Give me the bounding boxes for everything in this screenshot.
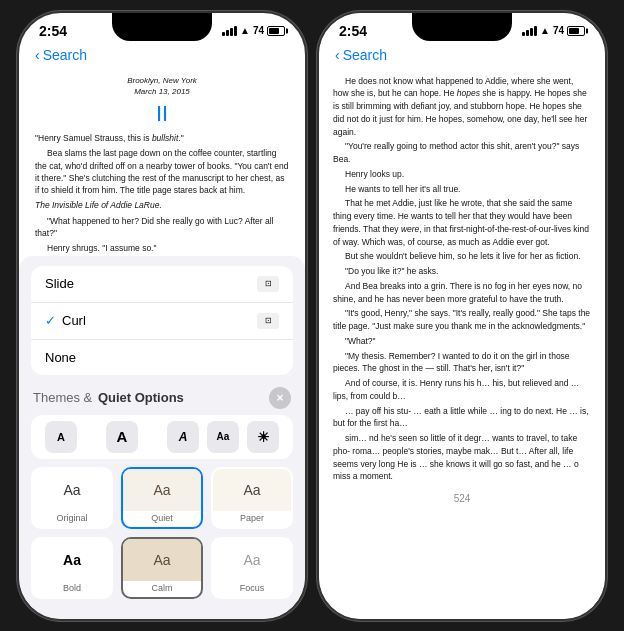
book-para-2: Bea slams the last page down on the coff… [35, 147, 289, 196]
font-icons-group: A Aa ☀ [167, 421, 279, 453]
theme-paper[interactable]: Aa Paper [211, 467, 293, 529]
right-phone: 2:54 ▲ 74 ‹ Search [317, 11, 607, 621]
themes-title-label: Themes & Quiet Options [33, 390, 184, 405]
battery-icon [267, 26, 285, 36]
right-para-14: sim… nd he's seen so little of it degr… … [333, 432, 591, 483]
quiet-options-label: Quiet Options [98, 390, 184, 405]
right-battery-icon [567, 26, 585, 36]
theme-grid: Aa Original Aa Quiet Aa Paper Aa Bold [19, 467, 305, 599]
right-para-8: And Bea breaks into a grin. There is no … [333, 280, 591, 306]
slide-icon: ⊡ [257, 276, 279, 292]
theme-quiet[interactable]: Aa Quiet [121, 467, 203, 529]
chapter-number: II [35, 102, 289, 126]
right-battery-level: 74 [553, 25, 564, 36]
book-para-1: "Henry Samuel Strauss, this is bullshit.… [35, 132, 289, 144]
right-time: 2:54 [339, 23, 367, 39]
right-para-11: "My thesis. Remember? I wanted to do it … [333, 350, 591, 376]
theme-original[interactable]: Aa Original [31, 467, 113, 529]
left-back-button[interactable]: ‹ Search [35, 47, 87, 63]
book-para-5: Henry shrugs. "I assume so." [35, 242, 289, 254]
right-book-content: He does not know what happened to Addie,… [319, 67, 605, 490]
phones-container: 2:54 ▲ 74 ‹ Search [17, 11, 607, 621]
theme-calm[interactable]: Aa Calm [121, 537, 203, 599]
close-button[interactable]: × [269, 387, 291, 409]
font-style-button[interactable]: A [167, 421, 199, 453]
close-icon: × [276, 391, 283, 405]
original-label: Original [33, 511, 111, 523]
signal-icon [222, 26, 237, 36]
focus-label: Focus [213, 581, 291, 593]
right-nav-bar: ‹ Search [319, 43, 605, 67]
right-back-label: Search [343, 47, 387, 63]
left-time: 2:54 [39, 23, 67, 39]
right-para-5: That he met Addie, just like he wrote, t… [333, 197, 591, 248]
book-para-4: "What happened to her? Did she really go… [35, 215, 289, 240]
bold-label: Bold [33, 581, 111, 593]
right-chevron-icon: ‹ [335, 47, 340, 63]
menu-item-none[interactable]: None [31, 340, 293, 375]
left-status-icons: ▲ 74 [222, 25, 285, 36]
right-para-9: "It's good, Henry," she says. "It's real… [333, 307, 591, 333]
overlay-panel: Slide ⊡ ✓ Curl ⊡ None [19, 256, 305, 619]
left-phone: 2:54 ▲ 74 ‹ Search [17, 11, 307, 621]
right-signal-icon [522, 26, 537, 36]
curl-icon: ⊡ [257, 313, 279, 329]
quiet-label: Quiet [123, 511, 201, 523]
right-para-12: And of course, it is. Henry runs his h… … [333, 377, 591, 403]
right-para-7: "Do you like it?" he asks. [333, 265, 591, 278]
font-serif-button[interactable]: Aa [207, 421, 239, 453]
menu-curl-label: Curl [62, 313, 86, 328]
menu-item-curl[interactable]: ✓ Curl ⊡ [31, 303, 293, 340]
focus-preview: Aa [213, 539, 291, 581]
brightness-icon: ☀ [257, 429, 270, 445]
brightness-button[interactable]: ☀ [247, 421, 279, 453]
right-notch [412, 13, 512, 41]
wifi-icon: ▲ [240, 25, 250, 36]
book-para-3: The Invisible Life of Addie LaRue. [35, 199, 289, 211]
left-back-label: Search [43, 47, 87, 63]
battery-level: 74 [253, 25, 264, 36]
curl-checkmark: ✓ [45, 313, 56, 328]
font-small-label: A [57, 431, 65, 443]
theme-bold[interactable]: Aa Bold [31, 537, 113, 599]
right-back-button[interactable]: ‹ Search [335, 47, 387, 63]
quiet-preview: Aa [123, 469, 201, 511]
right-para-6: But she wouldn't believe him, so he lets… [333, 250, 591, 263]
themes-header-row: Themes & Quiet Options × [19, 383, 305, 415]
right-para-2: "You're really going to method actor thi… [333, 140, 591, 166]
right-wifi-icon: ▲ [540, 25, 550, 36]
chapter-location: Brooklyn, New YorkMarch 13, 2015 [35, 75, 289, 98]
menu-slide-label: Slide [45, 276, 74, 291]
font-small-button[interactable]: A [45, 421, 77, 453]
right-para-13: … pay off his stu- … eath a little while… [333, 405, 591, 431]
bold-preview: Aa [33, 539, 111, 581]
font-large-label: A [117, 428, 128, 445]
font-controls-row: A A A Aa ☀ [31, 415, 293, 459]
paper-label: Paper [213, 511, 291, 523]
theme-focus[interactable]: Aa Focus [211, 537, 293, 599]
right-para-10: "What?" [333, 335, 591, 348]
notch [112, 13, 212, 41]
font-large-button[interactable]: A [106, 421, 138, 453]
serif-icon: Aa [217, 431, 230, 442]
calm-preview: Aa [123, 539, 201, 581]
calm-label: Calm [123, 581, 201, 593]
left-nav-bar: ‹ Search [19, 43, 305, 67]
menu-none-label: None [45, 350, 76, 365]
right-status-icons: ▲ 74 [522, 25, 585, 36]
italic-icon: A [179, 430, 188, 444]
page-number: 524 [319, 489, 605, 508]
right-para-4: He wants to tell her it's all true. [333, 183, 591, 196]
chevron-left-icon: ‹ [35, 47, 40, 63]
menu-item-slide[interactable]: Slide ⊡ [31, 266, 293, 303]
scroll-menu: Slide ⊡ ✓ Curl ⊡ None [31, 266, 293, 375]
original-preview: Aa [33, 469, 111, 511]
right-para-1: He does not know what happened to Addie,… [333, 75, 591, 139]
paper-preview: Aa [213, 469, 291, 511]
right-para-3: Henry looks up. [333, 168, 591, 181]
